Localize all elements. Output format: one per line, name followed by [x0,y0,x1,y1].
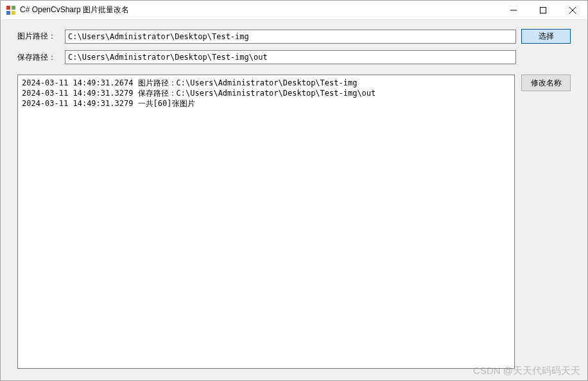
app-icon [6,5,16,15]
svg-rect-3 [12,11,15,15]
minimize-button[interactable] [499,1,528,19]
image-path-input[interactable] [65,30,516,44]
svg-rect-2 [6,11,10,15]
save-path-label: 保存路径： [17,52,60,63]
maximize-button[interactable] [528,1,558,19]
image-path-row: 图片路径： 选择 [17,29,571,44]
save-path-input[interactable] [65,50,516,64]
svg-rect-1 [12,6,15,10]
svg-rect-0 [6,6,10,10]
titlebar: C# OpenCvSharp 图片批量改名 [1,1,587,20]
close-button[interactable] [558,1,587,19]
svg-rect-5 [540,7,546,13]
window-controls [499,1,587,19]
main-area: 2024-03-11 14:49:31.2674 图片路径：C:\Users\A… [17,75,571,369]
image-path-label: 图片路径： [17,31,60,42]
app-window: C# OpenCvSharp 图片批量改名 图片路径： 选择 保存路径： [0,0,588,381]
window-title: C# OpenCvSharp 图片批量改名 [20,4,129,15]
side-buttons: 修改名称 [521,75,571,369]
select-button[interactable]: 选择 [521,29,571,44]
save-path-row: 保存路径： [17,50,571,64]
log-output[interactable]: 2024-03-11 14:49:31.2674 图片路径：C:\Users\A… [17,75,515,369]
client-area: 图片路径： 选择 保存路径： 2024-03-11 14:49:31.2674 … [1,20,587,380]
rename-button[interactable]: 修改名称 [521,75,571,91]
